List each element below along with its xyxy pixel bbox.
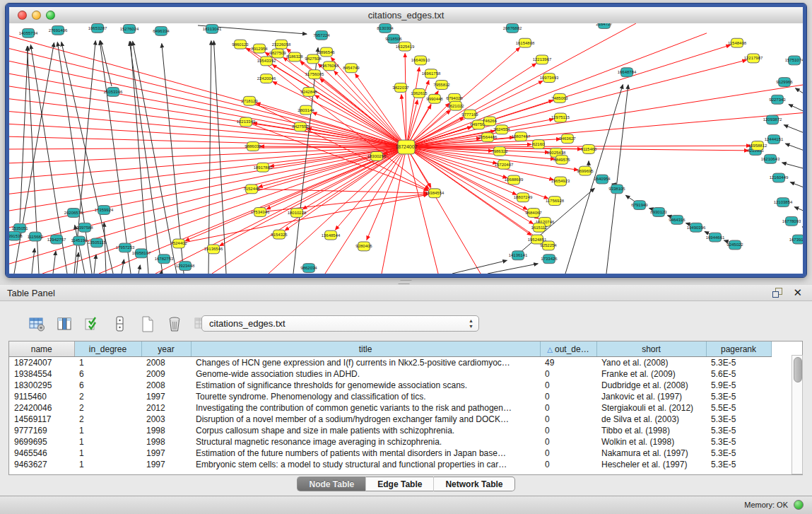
float-panel-icon[interactable] — [772, 288, 782, 297]
table-row[interactable]: 1830029562008Estimation of significance … — [9, 380, 771, 391]
column-header-title[interactable]: title — [191, 341, 540, 357]
cell[interactable]: 14569117 — [9, 414, 74, 425]
tab-edge-table[interactable]: Edge Table — [365, 477, 433, 491]
cell[interactable]: Stergiakouli et al. (2012) — [596, 402, 706, 414]
panel-splitter[interactable] — [0, 277, 812, 285]
cell[interactable]: Embryonic stem cells: a model to study s… — [191, 459, 540, 470]
table-settings-icon[interactable] — [28, 315, 47, 334]
cell[interactable]: 0 — [540, 380, 596, 391]
network-window-titlebar[interactable]: citations_edges.txt — [9, 7, 803, 24]
cell[interactable]: 0 — [540, 459, 596, 470]
table-row[interactable]: 1456911722003Disruption of a novel membe… — [9, 414, 771, 425]
cell[interactable]: Changes of HCN gene expression and I(f) … — [191, 357, 540, 369]
cell[interactable]: 5.3E-5 — [706, 459, 771, 470]
cell[interactable]: 2008 — [141, 357, 191, 369]
cell[interactable]: 5.9E-5 — [706, 380, 771, 391]
cell[interactable]: Jankovic et al. (1997) — [596, 391, 706, 402]
cell[interactable]: 0 — [540, 414, 596, 425]
column-header-in_degree[interactable]: in_degree — [74, 341, 141, 357]
checklist-icon[interactable] — [83, 315, 102, 334]
cell[interactable]: 1997 — [141, 448, 191, 459]
table-row[interactable]: 977716911998Corpus callosum shape and si… — [9, 425, 771, 436]
cell[interactable]: 0 — [540, 425, 596, 436]
table-selector-dropdown[interactable]: citations_edges.txt ▲▼ — [201, 315, 479, 332]
cell[interactable]: 6 — [74, 380, 141, 391]
cell[interactable]: 1 — [74, 425, 141, 436]
column-header-short[interactable]: short — [596, 341, 706, 357]
tab-network-table[interactable]: Network Table — [433, 477, 514, 491]
delete-column-icon[interactable] — [166, 315, 184, 334]
cell[interactable]: Structural magnetic resonance image aver… — [191, 436, 540, 448]
column-header-name[interactable]: name — [9, 341, 74, 357]
cell[interactable]: 2 — [74, 414, 141, 425]
cell[interactable]: 5.3E-5 — [706, 448, 771, 459]
cell[interactable]: 1 — [74, 357, 141, 369]
cell[interactable]: 22420046 — [9, 402, 74, 414]
cell[interactable]: 5.3E-5 — [706, 436, 771, 448]
network-canvas[interactable]: 1405573427691406106532871527602464963341… — [9, 23, 803, 274]
table-row[interactable]: 911546021997Tourette syndrome. Phenomeno… — [9, 391, 771, 402]
cell[interactable]: Tibbo et al. (1998) — [596, 425, 706, 436]
cell[interactable]: 5.3E-5 — [706, 425, 771, 436]
cell[interactable]: 19384554 — [9, 368, 74, 380]
cell[interactable]: 6 — [74, 368, 141, 380]
cell[interactable]: Hescheler et al. (1997) — [596, 459, 706, 470]
column-header-year[interactable]: year — [141, 341, 191, 357]
cell[interactable]: 1 — [74, 436, 141, 448]
column-visibility-icon[interactable] — [56, 315, 74, 334]
table-row[interactable]: 969969511998Structural magnetic resonanc… — [9, 436, 771, 448]
cell[interactable]: 0 — [540, 391, 596, 402]
cell[interactable]: 0 — [540, 402, 596, 414]
cell[interactable]: 9777169 — [9, 425, 74, 436]
cell[interactable]: 1 — [74, 459, 141, 470]
cell[interactable]: Corpus callosum shape and size in male p… — [191, 425, 540, 436]
cell[interactable]: 5.5E-5 — [706, 402, 771, 414]
cell[interactable]: 1997 — [141, 391, 191, 402]
cell[interactable]: 5.3E-5 — [706, 414, 771, 425]
cell[interactable]: 0 — [540, 368, 596, 380]
cell[interactable]: 5.6E-5 — [706, 368, 771, 380]
new-column-icon[interactable] — [139, 315, 157, 334]
cell[interactable]: 1997 — [141, 459, 191, 470]
cell[interactable]: Nakamura et al. (1997) — [596, 448, 706, 459]
cell[interactable]: Yano et al. (2008) — [596, 357, 706, 369]
cell[interactable]: Dudbridge et al. (2008) — [596, 380, 706, 391]
scrollbar-thumb[interactable] — [794, 357, 802, 382]
column-header-out_de[interactable]: △out_de… — [540, 341, 596, 357]
cell[interactable]: Tourette syndrome. Phenomenology and cla… — [191, 391, 540, 402]
cell[interactable]: 9463627 — [9, 459, 74, 470]
column-header-pagerank[interactable]: pagerank — [706, 341, 771, 357]
cell[interactable]: 18724007 — [9, 357, 74, 369]
cell[interactable]: de Silva et al. (2003) — [596, 414, 706, 425]
cell[interactable]: Disruption of a novel member of a sodium… — [191, 414, 540, 425]
table-row[interactable]: 946554611997Estimation of the future num… — [9, 448, 771, 459]
cell[interactable]: 49 — [540, 357, 596, 369]
cell[interactable]: 0 — [540, 436, 596, 448]
cell[interactable]: 2 — [74, 402, 141, 414]
cell[interactable]: 9465546 — [9, 448, 74, 459]
cell[interactable]: Wolkin et al. (1998) — [596, 436, 706, 448]
cell[interactable]: 2008 — [141, 380, 191, 391]
cell[interactable]: 9699695 — [9, 436, 74, 448]
cell[interactable]: Estimation of the future numbers of pati… — [191, 448, 540, 459]
cell[interactable]: Genome-wide association studies in ADHD. — [191, 368, 540, 380]
cell[interactable]: 5.3E-5 — [706, 357, 771, 369]
table-row[interactable]: 2242004622012Investigating the contribut… — [9, 402, 771, 414]
cell[interactable]: 2003 — [141, 414, 191, 425]
table-row[interactable]: 1938455462009Genome-wide association stu… — [9, 368, 771, 380]
network-graph[interactable]: 1405573427691406106532871527602464963341… — [9, 23, 803, 274]
close-panel-icon[interactable]: ✕ — [793, 286, 802, 299]
table-row[interactable]: 1872400712008Changes of HCN gene express… — [9, 357, 771, 369]
cell[interactable]: 2012 — [141, 402, 191, 414]
rows-icon[interactable] — [111, 315, 129, 334]
table-scrollbar[interactable] — [792, 355, 803, 474]
cell[interactable]: 18300295 — [9, 380, 74, 391]
cell[interactable]: 1 — [74, 448, 141, 459]
cell[interactable]: 5.3E-5 — [706, 391, 771, 402]
cell[interactable]: Franke et al. (2009) — [596, 368, 706, 380]
cell[interactable]: 2009 — [141, 368, 191, 380]
cell[interactable]: 2 — [74, 391, 141, 402]
table-row[interactable]: 946362711997Embryonic stem cells: a mode… — [9, 459, 771, 470]
tab-node-table[interactable]: Node Table — [297, 477, 365, 491]
cell[interactable]: 0 — [540, 448, 596, 459]
